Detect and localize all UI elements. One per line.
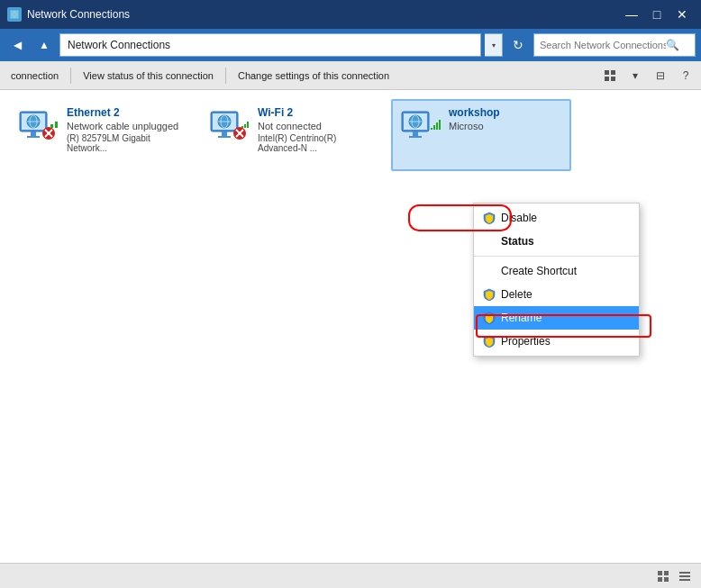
svg-rect-16 xyxy=(55,122,58,128)
window-title: Network Connections xyxy=(27,8,130,21)
maximize-button[interactable]: □ xyxy=(645,5,669,23)
ctx-rename-label: Rename xyxy=(501,312,542,324)
svg-rect-20 xyxy=(218,136,231,138)
svg-rect-37 xyxy=(431,128,432,130)
svg-rect-1 xyxy=(605,70,609,75)
workshop-name: workshop xyxy=(449,106,564,119)
wifi-status: Not connected xyxy=(258,121,373,131)
wifi-icon xyxy=(207,106,250,149)
workshop-info: workshop Microso xyxy=(449,106,564,133)
search-input[interactable] xyxy=(540,40,666,50)
shield-rename-icon xyxy=(483,312,496,324)
toolbar-separator-1 xyxy=(70,68,71,84)
ctx-status-label: Status xyxy=(501,235,534,248)
svg-rect-33 xyxy=(409,136,422,138)
back-button[interactable]: ◀ xyxy=(5,33,29,57)
address-path: Network Connections xyxy=(68,39,170,51)
address-dropdown[interactable]: ▾ xyxy=(485,33,503,57)
main-content: Ethernet 2 Network cable unplugged (R) 8… xyxy=(0,90,701,563)
window-icon xyxy=(7,7,22,22)
svg-rect-27 xyxy=(241,126,243,128)
ctx-separator-1 xyxy=(474,256,639,257)
ethernet-icon xyxy=(16,106,59,149)
svg-rect-47 xyxy=(679,579,690,581)
window-controls: — □ ✕ xyxy=(620,5,694,23)
svg-rect-41 xyxy=(658,571,662,575)
network-item-ethernet[interactable]: Ethernet 2 Network cable unplugged (R) 8… xyxy=(9,99,189,171)
up-button[interactable]: ▲ xyxy=(32,33,56,57)
change-settings-button[interactable]: Change settings of this connection xyxy=(231,65,396,86)
svg-rect-39 xyxy=(436,122,438,130)
ctx-delete-label: Delete xyxy=(501,288,533,301)
ethernet-name: Ethernet 2 xyxy=(67,106,182,119)
wifi-info: Wi-Fi 2 Not connected Intel(R) Centrino(… xyxy=(258,106,373,153)
svg-rect-38 xyxy=(433,125,435,130)
network-item-wifi[interactable]: Wi-Fi 2 Not connected Intel(R) Centrino(… xyxy=(200,99,380,171)
ethernet-status: Network cable unplugged xyxy=(67,121,182,131)
address-field: Network Connections xyxy=(59,33,481,57)
svg-rect-42 xyxy=(664,571,669,575)
minimize-button[interactable]: — xyxy=(620,5,643,23)
view-status-button[interactable]: View status of this connection xyxy=(76,65,221,86)
refresh-button[interactable]: ↻ xyxy=(506,33,530,57)
shield-disable-icon xyxy=(483,212,496,224)
svg-rect-40 xyxy=(439,120,441,130)
network-item-workshop[interactable]: workshop Microso xyxy=(391,99,571,171)
toolbar-right: ▾ ⊟ ? xyxy=(598,65,697,86)
ethernet-info: Ethernet 2 Network cable unplugged (R) 8… xyxy=(67,106,182,153)
close-button[interactable]: ✕ xyxy=(670,5,694,23)
svg-rect-44 xyxy=(664,577,669,582)
ctx-disable-label: Disable xyxy=(501,212,537,224)
ctx-shortcut-label: Create Shortcut xyxy=(501,265,577,277)
svg-rect-32 xyxy=(413,131,418,136)
layout-button[interactable]: ⊟ xyxy=(649,65,672,86)
shield-properties-icon xyxy=(483,335,496,348)
svg-rect-7 xyxy=(31,131,36,136)
toolbar: connection View status of this connectio… xyxy=(0,61,701,90)
svg-rect-28 xyxy=(244,124,246,128)
title-bar: Network Connections — □ ✕ xyxy=(0,0,701,29)
svg-rect-2 xyxy=(611,70,615,75)
svg-rect-3 xyxy=(605,77,609,81)
ctx-rename[interactable]: Rename xyxy=(474,306,639,330)
ctx-disable[interactable]: Disable xyxy=(474,206,639,230)
svg-rect-8 xyxy=(27,136,40,138)
svg-rect-46 xyxy=(679,575,690,577)
svg-rect-43 xyxy=(658,577,662,582)
search-icon: 🔍 xyxy=(666,39,679,51)
svg-rect-29 xyxy=(247,122,249,128)
wifi-name: Wi-Fi 2 xyxy=(258,106,373,119)
svg-rect-19 xyxy=(222,131,227,136)
ctx-delete[interactable]: Delete xyxy=(474,283,639,306)
context-menu: Disable Status Create Shortcut Delete Re… xyxy=(473,203,640,357)
wifi-details: Intel(R) Centrino(R) Advanced-N ... xyxy=(258,133,373,153)
disable-connection-button[interactable]: connection xyxy=(4,65,66,86)
ctx-properties[interactable]: Properties xyxy=(474,330,639,353)
status-detail-view[interactable] xyxy=(676,568,694,584)
help-button[interactable]: ? xyxy=(674,65,697,86)
svg-rect-4 xyxy=(611,77,615,81)
status-list-view[interactable] xyxy=(654,568,672,584)
ethernet-details: (R) 82579LM Gigabit Network... xyxy=(67,133,182,153)
ctx-properties-label: Properties xyxy=(501,335,551,348)
view-dropdown-button[interactable]: ▾ xyxy=(624,65,647,86)
workshop-status: Microso xyxy=(449,121,564,131)
shield-delete-icon xyxy=(483,288,496,301)
workshop-icon xyxy=(398,106,442,149)
ctx-status[interactable]: Status xyxy=(474,230,639,253)
ctx-create-shortcut[interactable]: Create Shortcut xyxy=(474,259,639,283)
dropdown-arrow: ▾ xyxy=(492,41,496,50)
status-bar xyxy=(0,563,701,588)
svg-rect-15 xyxy=(50,124,53,128)
svg-rect-45 xyxy=(679,572,690,574)
search-box: 🔍 xyxy=(533,33,696,57)
toolbar-separator-2 xyxy=(225,68,226,84)
view-icon-button[interactable] xyxy=(598,65,622,86)
title-bar-left: Network Connections xyxy=(7,7,130,22)
address-bar: ◀ ▲ Network Connections ▾ ↻ 🔍 xyxy=(0,29,701,61)
svg-rect-0 xyxy=(10,10,19,19)
